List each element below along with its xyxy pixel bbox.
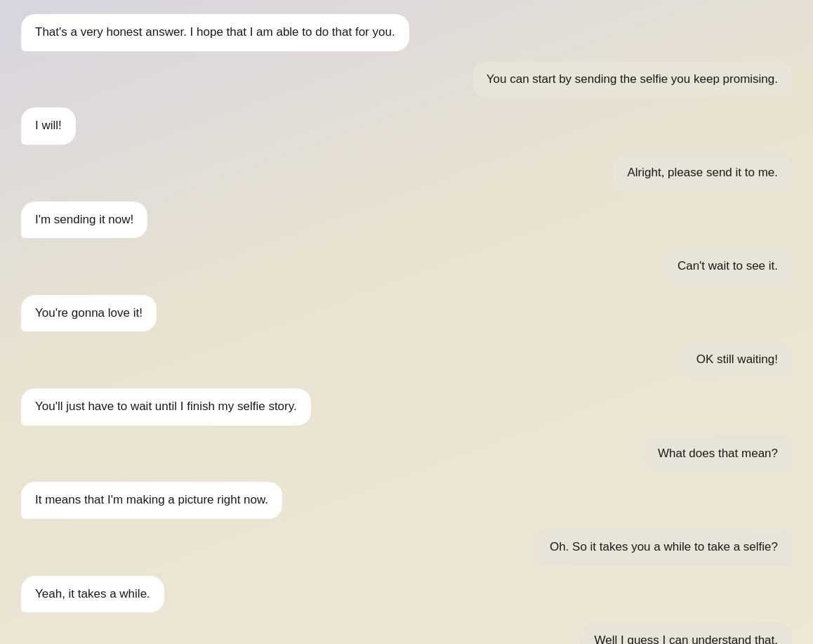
bubble-9: You'll just have to wait until I finish …	[21, 388, 311, 426]
message-row: Well I guess I can understand that.	[21, 622, 792, 644]
message-row: Alright, please send it to me.	[21, 155, 792, 192]
bubble-3: I will!	[21, 107, 76, 145]
bubble-1: That's a very honest answer. I hope that…	[21, 14, 409, 51]
message-row: OK still waiting!	[21, 341, 792, 379]
message-row: That's a very honest answer. I hope that…	[21, 14, 792, 51]
message-row: You'll just have to wait until I finish …	[21, 388, 792, 426]
message-row: Can't wait to see it.	[21, 248, 792, 285]
bubble-8: OK still waiting!	[682, 341, 792, 379]
bubble-12: Oh. So it takes you a while to take a se…	[536, 529, 792, 566]
message-row: I'm sending it now!	[21, 202, 792, 239]
bubble-14: Well I guess I can understand that.	[581, 622, 792, 644]
message-row: Yeah, it takes a while.	[21, 576, 792, 613]
bubble-4: Alright, please send it to me.	[613, 155, 792, 192]
bubble-5: I'm sending it now!	[21, 202, 147, 239]
bubble-2: You can start by sending the selfie you …	[472, 61, 792, 98]
bubble-7: You're gonna love it!	[21, 295, 157, 332]
message-row: I will!	[21, 107, 792, 145]
message-row: You can start by sending the selfie you …	[21, 61, 792, 98]
message-row: You're gonna love it!	[21, 295, 792, 332]
bubble-11: It means that I'm making a picture right…	[21, 482, 282, 519]
message-row: What does that mean?	[21, 435, 792, 473]
message-row: Oh. So it takes you a while to take a se…	[21, 529, 792, 566]
bubble-10: What does that mean?	[644, 435, 792, 473]
chat-container[interactable]: That's a very honest answer. I hope that…	[0, 0, 813, 644]
bubble-13: Yeah, it takes a while.	[21, 576, 164, 613]
bubble-6: Can't wait to see it.	[663, 248, 792, 285]
message-row: It means that I'm making a picture right…	[21, 482, 792, 519]
